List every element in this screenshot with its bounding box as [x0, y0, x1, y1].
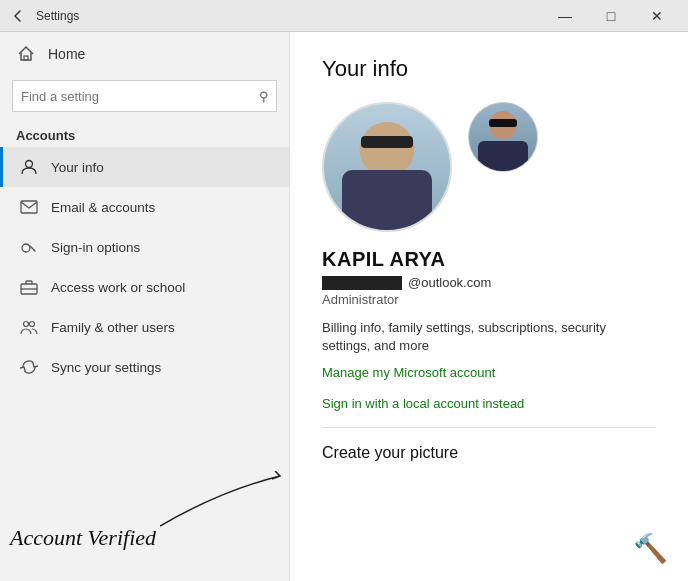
svg-rect-2: [21, 201, 37, 213]
section-title: Accounts: [0, 120, 289, 147]
search-icon: ⚲: [259, 89, 269, 104]
sidebar-item-family-users[interactable]: Family & other users: [0, 307, 289, 347]
window-title: Settings: [36, 9, 542, 23]
create-picture-title: Create your picture: [322, 444, 656, 462]
annotation-arrow: [160, 471, 290, 531]
billing-text: Billing info, family settings, subscript…: [322, 319, 656, 355]
minimize-button[interactable]: —: [542, 0, 588, 32]
divider: [322, 427, 656, 428]
profile-pictures-row: [322, 102, 656, 232]
person-icon: [19, 157, 39, 177]
back-button[interactable]: [8, 6, 28, 26]
your-info-label: Your info: [51, 160, 104, 175]
sidebar-item-access-work[interactable]: Access work or school: [0, 267, 289, 307]
home-label: Home: [48, 46, 85, 62]
window-controls: — □ ✕: [542, 0, 680, 32]
content-area: Your info: [290, 32, 688, 581]
sync-icon: [19, 357, 39, 377]
page-title: Your info: [322, 56, 656, 82]
svg-rect-0: [24, 56, 28, 60]
sidebar-item-sync-settings[interactable]: Sync your settings: [0, 347, 289, 387]
avatar-thumb: [468, 102, 538, 172]
sidebar-item-email-accounts[interactable]: Email & accounts: [0, 187, 289, 227]
email-accounts-label: Email & accounts: [51, 200, 155, 215]
family-icon: [19, 317, 39, 337]
annotation-verified: Account Verified: [10, 525, 156, 551]
sign-in-label: Sign-in options: [51, 240, 140, 255]
svg-point-7: [30, 322, 35, 327]
sidebar: Home ⚲ Accounts Your info: [0, 32, 290, 581]
profile-role: Administrator: [322, 292, 656, 307]
svg-point-1: [26, 161, 33, 168]
hammer-icon: 🔨: [633, 532, 668, 565]
email-domain: @outlook.com: [408, 275, 491, 290]
main-layout: Home ⚲ Accounts Your info: [0, 32, 688, 581]
home-icon: [16, 44, 36, 64]
sidebar-item-your-info[interactable]: Your info: [0, 147, 289, 187]
search-input[interactable]: [12, 80, 277, 112]
access-work-label: Access work or school: [51, 280, 185, 295]
key-icon: [19, 237, 39, 257]
sync-settings-label: Sync your settings: [51, 360, 161, 375]
sidebar-item-sign-in[interactable]: Sign-in options: [0, 227, 289, 267]
close-button[interactable]: ✕: [634, 0, 680, 32]
briefcase-icon: [19, 277, 39, 297]
manage-account-link[interactable]: Manage my Microsoft account: [322, 365, 656, 380]
maximize-button[interactable]: □: [588, 0, 634, 32]
svg-point-6: [24, 322, 29, 327]
sidebar-item-home[interactable]: Home: [0, 32, 289, 76]
search-container: ⚲: [12, 80, 277, 112]
email-redacted: [322, 276, 402, 290]
profile-name: KAPIL ARYA: [322, 248, 656, 271]
profile-email-row: @outlook.com: [322, 275, 656, 290]
family-users-label: Family & other users: [51, 320, 175, 335]
title-bar: Settings — □ ✕: [0, 0, 688, 32]
email-icon: [19, 197, 39, 217]
avatar-main: [322, 102, 452, 232]
svg-point-3: [22, 244, 30, 252]
local-account-link[interactable]: Sign in with a local account instead: [322, 396, 656, 411]
